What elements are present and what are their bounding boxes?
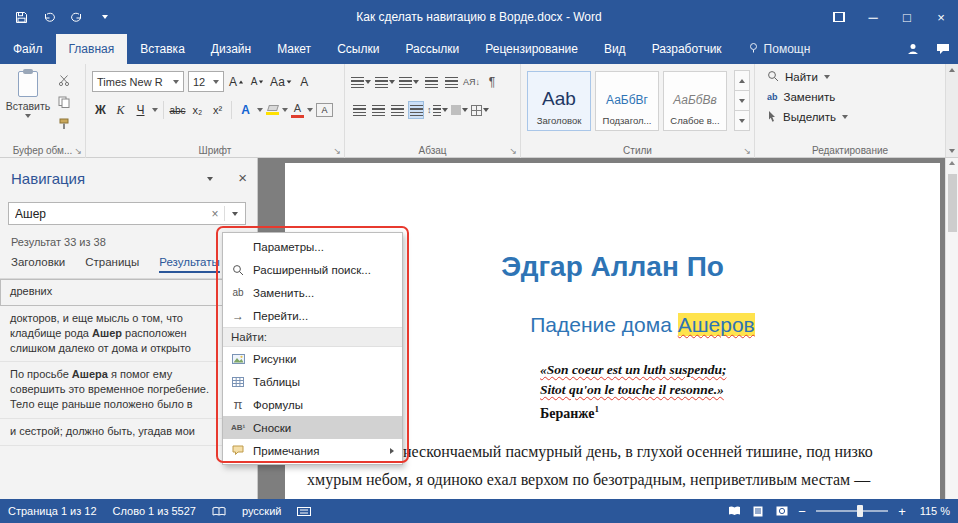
decrease-indent-icon[interactable] [423,73,439,91]
document-scrollbar[interactable] [945,158,958,499]
shrink-font-button[interactable]: А [249,72,266,92]
zoom-out-icon[interactable]: − [794,504,810,519]
save-icon[interactable] [8,4,34,30]
bold-button[interactable]: Ж [92,100,109,120]
zoom-slider-thumb[interactable] [857,505,863,517]
font-color-button[interactable]: А [291,100,304,120]
search-result-item[interactable]: По просьбе Ашера я помог ему совершить э… [0,362,257,419]
scroll-up-icon[interactable] [946,161,958,165]
tab-file[interactable]: Файл [0,34,56,64]
keyboard-icon[interactable] [297,507,311,516]
highlight-color-button[interactable] [266,100,279,120]
account-icon[interactable] [898,34,928,64]
ribbon-scrollbar[interactable] [945,64,958,157]
nav-tab-results[interactable]: Результаты [159,256,220,273]
tab-mailings[interactable]: Рассылки [392,34,472,64]
tab-view[interactable]: Вид [591,34,639,64]
print-layout-icon[interactable] [746,506,770,517]
select-button[interactable]: Выделить [767,110,945,124]
align-right-icon[interactable] [389,101,405,119]
search-result-item[interactable]: и сестрой; должно быть, угадав мои [0,419,257,446]
search-result-item[interactable]: древних [0,279,257,306]
format-painter-icon[interactable] [58,118,70,133]
align-center-icon[interactable] [370,101,386,119]
tab-layout[interactable]: Макет [264,34,324,64]
character-shading-button[interactable]: А [316,103,333,117]
search-options-dropdown-icon[interactable] [225,203,245,224]
zoom-level[interactable]: 115 % [910,505,950,517]
tab-developer[interactable]: Разработчик [639,34,735,64]
underline-button[interactable]: Ч [132,100,149,120]
subscript-button[interactable]: x₂ [189,100,206,120]
menu-item-footnotes[interactable]: AB¹Сноски [223,416,402,439]
multilevel-list-button[interactable] [399,73,419,91]
show-marks-icon[interactable]: ¶ [484,73,500,91]
close-button[interactable]: × [924,0,958,34]
styles-scroll-down-icon[interactable] [734,90,750,111]
superscript-button[interactable]: x² [209,100,226,120]
style-subtle-emphasis[interactable]: АаБбВв Слабое в... [663,71,727,131]
tab-design[interactable]: Дизайн [198,34,264,64]
sort-icon[interactable]: АЯ↓ [463,73,480,91]
font-size-combo[interactable]: 12 [188,71,224,92]
menu-item-tables[interactable]: Таблицы [223,370,402,393]
minimize-button[interactable]: ─ [856,0,890,34]
shading-button[interactable] [451,101,468,119]
borders-button[interactable] [471,101,489,119]
clear-search-icon[interactable]: × [206,207,224,221]
zoom-in-icon[interactable]: + [894,504,910,519]
customize-quick-access-icon[interactable] [92,4,118,30]
menu-item-options[interactable]: Параметры... [223,235,402,258]
text-effects-button[interactable]: А [237,100,254,120]
cut-icon[interactable] [58,74,70,89]
menu-item-replace[interactable]: abЗаменить... [223,281,402,304]
strikethrough-button[interactable]: abc [169,100,186,120]
justify-icon[interactable] [408,101,424,119]
copy-icon[interactable] [58,96,70,111]
read-mode-icon[interactable] [722,506,746,516]
tab-home[interactable]: Главная [56,34,128,64]
tab-tell-me[interactable]: Помощн [735,34,824,64]
paste-button[interactable]: Вставить [5,71,51,118]
increase-indent-icon[interactable] [443,73,459,91]
font-dialog-launcher-icon[interactable] [333,147,341,156]
word-count-status[interactable]: Слово 1 из 5527 [113,505,196,517]
styles-gallery-more-icon[interactable] [734,110,750,131]
search-input[interactable] [9,207,206,221]
clipboard-dialog-launcher-icon[interactable] [74,147,82,156]
zoom-slider[interactable] [816,505,888,517]
menu-item-equations[interactable]: πФормулы [223,393,402,416]
page-count-status[interactable]: Страница 1 из 12 [8,505,97,517]
navigation-options-icon[interactable] [207,177,213,181]
styles-scroll-up-icon[interactable] [734,70,750,91]
style-heading[interactable]: Aab Заголовок [527,71,591,131]
numbering-button[interactable] [375,73,395,91]
spellcheck-icon[interactable] [212,506,226,517]
change-case-button[interactable]: Аа [270,72,292,92]
nav-tab-headings[interactable]: Заголовки [11,256,65,273]
ribbon-display-options-icon[interactable] [822,0,856,34]
navigation-close-icon[interactable]: × [238,169,247,186]
menu-item-goto[interactable]: →Перейти... [223,304,402,327]
tab-insert[interactable]: Вставка [127,34,198,64]
italic-button[interactable]: К [112,100,129,120]
web-layout-icon[interactable] [770,506,794,516]
tab-review[interactable]: Рецензирование [472,34,591,64]
menu-item-graphics[interactable]: Рисунки [223,347,402,370]
font-name-combo[interactable]: Times New R [92,71,184,92]
nav-tab-pages[interactable]: Страницы [85,256,139,273]
search-result-item[interactable]: докторов, и еще мысль о том, что кладбищ… [0,306,257,363]
clear-formatting-icon[interactable]: А [296,72,313,92]
find-button[interactable]: Найти [767,70,945,84]
comments-panel-icon[interactable] [928,34,958,64]
grow-font-button[interactable]: А [228,72,245,92]
redo-icon[interactable] [64,4,90,30]
paragraph-dialog-launcher-icon[interactable] [509,147,517,156]
bullets-button[interactable] [351,73,371,91]
menu-item-advanced-find[interactable]: Расширенный поиск... [223,258,402,281]
align-left-icon[interactable] [351,101,367,119]
maximize-button[interactable]: □ [890,0,924,34]
undo-icon[interactable] [36,4,62,30]
language-status[interactable]: русский [242,505,281,517]
replace-button[interactable]: ab Заменить [767,91,945,103]
